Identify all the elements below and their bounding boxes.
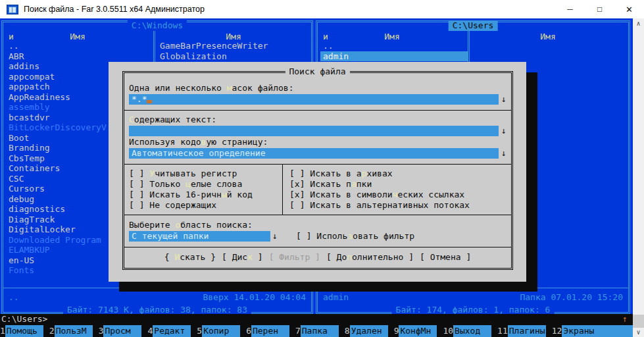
containing-label: Содержащих текст: <box>129 115 216 125</box>
right-col2-header[interactable]: Имя <box>470 32 626 42</box>
checkbox-use-filter[interactable]: [ ] Использовать фильтр <box>296 231 414 242</box>
checkbox-hex-search[interactable]: [ ] Искать 16-ричный код <box>129 190 253 200</box>
search-area-combobox[interactable]: С текущей папки <box>129 231 270 242</box>
mask-label-post: асок файлов: <box>232 83 294 93</box>
file-item[interactable]: .. <box>6 41 153 51</box>
codepage-value: Автоматическое определение <box>132 148 266 158</box>
fkey-number: 6 <box>246 325 251 337</box>
scroll-up-icon[interactable]: ∧ <box>633 18 644 28</box>
checkbox-search-archives[interactable]: [ ] Искать в архивах <box>289 168 393 179</box>
fkey-3[interactable]: 3Просм <box>99 325 142 337</box>
checkbox-mark: [ ] <box>289 200 305 210</box>
right-panel-path[interactable]: C:\Users <box>449 20 498 31</box>
command-prompt: C:\Users> <box>1 314 47 324</box>
left-panel-path[interactable]: C:\Windows <box>128 20 187 31</box>
codepage-dropdown-icon[interactable]: ↓ <box>501 148 507 159</box>
checkbox-text: й код <box>227 190 253 199</box>
checkbox-mark: [x] <box>289 179 305 189</box>
button-text: скать <box>180 252 205 262</box>
close-button[interactable]: ✕ <box>614 0 644 18</box>
titlebar: Поиск файла - Far 3.0.5511 x64 Администр… <box>0 0 644 18</box>
right-panel-summary: Байт: 174, файлов: 1, папок: 6 <box>392 305 555 315</box>
fkey-number: 3 <box>99 325 104 337</box>
file-item[interactable]: Globalization <box>157 51 309 62</box>
fkey-label: Папка <box>301 325 339 337</box>
mask-history-icon[interactable]: ↓ <box>501 94 507 105</box>
scroll-down-icon[interactable]: ∨ <box>633 327 644 337</box>
containing-history-icon[interactable]: ↓ <box>501 126 507 136</box>
fkey-number: 2 <box>49 325 55 337</box>
containing-label-post: одержащих текст: <box>134 115 216 124</box>
file-item[interactable]: admin <box>320 51 468 62</box>
containing-text-input[interactable] <box>129 126 499 136</box>
fkey-2[interactable]: 2ПользМ <box>49 325 93 337</box>
command-line[interactable]: C:\Users> <box>0 314 633 325</box>
checkbox-text: Не содержащих <box>149 200 216 210</box>
drive-button[interactable]: [ Диск ] <box>222 252 263 263</box>
left-file-list-col2: GameBarPresenceWriterGlobalization <box>157 41 309 61</box>
checkbox-mark: [ ] <box>129 179 144 189</box>
codepage-label-pre: Используя кодо <box>129 137 201 147</box>
checkbox-whole-words[interactable]: [ ] Только целые слова <box>129 179 242 190</box>
mask-value: *.* <box>132 94 147 104</box>
fkey-4[interactable]: 4Редакт <box>147 325 191 337</box>
file-item[interactable]: GameBarPresenceWriter <box>157 41 309 51</box>
file-item[interactable]: ABR <box>6 51 153 62</box>
fkey-number: 12 <box>552 325 562 337</box>
checkbox-hotkey: ы <box>222 190 227 199</box>
checkbox-text: Искать п <box>310 179 351 189</box>
checkbox-search-folders[interactable]: [x] Искать папки <box>289 179 372 190</box>
left-status-row: .. Вверх 14.01.20 04:04 <box>9 292 306 303</box>
fkey-label: Помощь <box>5 325 43 337</box>
search-area-dropdown-icon[interactable]: ↓ <box>272 231 278 242</box>
minimize-button[interactable]: ─ <box>555 0 585 18</box>
far-manager-window: Поиск файла - Far 3.0.5511 x64 Администр… <box>0 0 644 337</box>
mask-input[interactable]: *.* <box>129 94 499 105</box>
checkbox-search-symlinks[interactable]: [x] Искать в символических ссылках <box>289 190 464 200</box>
fkey-number: 9 <box>394 325 399 337</box>
button-hotkey: к <box>247 252 253 262</box>
dialog-separator <box>124 247 512 247</box>
checkbox-case-sensitive[interactable]: [ ] Учитывать регистр <box>129 168 237 179</box>
fkey-8[interactable]: 8Удален <box>345 325 388 337</box>
fkey-1[interactable]: 1Помощь <box>0 325 43 337</box>
checkbox-hotkey: а <box>351 179 357 189</box>
fkey-label: Выход <box>453 325 491 337</box>
fkey-7[interactable]: 7Папка <box>295 325 339 337</box>
advanced-button[interactable]: [ Дополнительно ] <box>326 252 414 263</box>
fkey-label: ПользМ <box>55 325 93 337</box>
fkey-number: 10 <box>443 325 453 337</box>
window-scrollbar[interactable]: ∧ ∨ <box>633 18 644 337</box>
window-controls: ─ □ ✕ <box>555 0 644 18</box>
button-bracket: [ <box>269 252 280 262</box>
button-bracket: ] <box>253 252 263 262</box>
checkbox-text: елые слова <box>191 179 242 189</box>
checkbox-alternate-streams[interactable]: [ ] Искать в альтернативных потоках <box>289 200 470 211</box>
cancel-button[interactable]: [ Отмена ] <box>420 252 471 263</box>
scrollbar-thumb[interactable] <box>633 315 644 328</box>
maximize-button[interactable]: □ <box>585 0 614 18</box>
dialog-separator <box>124 215 512 215</box>
left-panel-summary: Байт: 7143 K, файлов: 38, папок: 83 <box>63 305 251 315</box>
fkey-11[interactable]: 11Плагины <box>497 325 546 337</box>
fkey-6[interactable]: 6Перен <box>246 325 289 337</box>
fkey-number: 4 <box>147 325 153 337</box>
checkbox-not-containing[interactable]: [ ] Не содержащих <box>129 200 216 211</box>
file-item[interactable]: .. <box>320 41 468 51</box>
fkey-10[interactable]: 10Выход <box>443 325 491 337</box>
fkey-12[interactable]: 12Экраны <box>552 325 633 337</box>
codepage-combobox[interactable]: Автоматическое определение <box>129 148 499 159</box>
button-bracket: [ <box>326 252 337 262</box>
function-keybar: 1Помощь 2ПользМ 3Просм 4Редакт 5Копир 6П… <box>0 325 633 337</box>
mask-label: Одна или несколько масок файлов: <box>129 83 293 93</box>
find-button[interactable]: { Искать } <box>164 252 216 263</box>
checkbox-column-divider <box>282 164 283 215</box>
fkey-label: Удален <box>350 325 388 337</box>
mask-label-hotkey: м <box>227 83 232 93</box>
search-area-value: С текущей папки <box>132 231 209 241</box>
button-hotkey: п <box>347 252 352 262</box>
fkey-5[interactable]: 5Копир <box>197 325 240 337</box>
fkey-label: Экраны <box>562 325 633 337</box>
fkey-9[interactable]: 9КонфМн <box>394 325 437 337</box>
search-area-label: Выберите область поиска: <box>129 220 253 230</box>
